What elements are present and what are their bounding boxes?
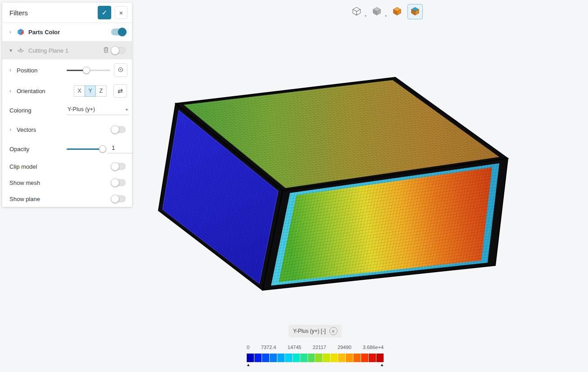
colorbar-tick-label: 14745 <box>288 345 302 350</box>
render-mode-button[interactable] <box>369 4 384 19</box>
filters-panel-title: Filters <box>9 9 98 17</box>
axis-y-button[interactable]: Y <box>85 85 96 97</box>
position-row: › Position <box>2 59 132 81</box>
colorbar-ticks: 07372.41474522117294903.686e+4 <box>247 345 384 350</box>
colorbar-segment <box>277 354 285 362</box>
coloring-row: Coloring Y-Plus (y+) ▾ <box>2 101 132 120</box>
colorbar-segment <box>285 354 292 362</box>
chevron-right-icon[interactable]: › <box>9 29 13 35</box>
legend-title: Y-Plus (y+) [-] <box>293 328 326 334</box>
view-mode-button[interactable] <box>349 4 364 19</box>
check-icon: ✓ <box>102 9 108 17</box>
opacity-value-input[interactable]: 1 <box>107 144 133 153</box>
cube-orange-icon <box>392 6 402 18</box>
range-max-marker[interactable]: ▲ <box>380 363 384 367</box>
opacity-label: Opacity <box>9 146 29 152</box>
center-plane-button[interactable] <box>114 63 127 77</box>
parts-color-label: Parts Color <box>28 29 60 36</box>
swap-arrows-icon: ⇄ <box>118 87 123 94</box>
range-min-marker[interactable]: ▲ <box>246 363 250 367</box>
close-panel-button[interactable]: × <box>115 6 127 19</box>
cube-section-icon <box>410 6 420 18</box>
chevron-right-icon[interactable]: › <box>9 67 13 73</box>
coloring-select[interactable]: Y-Plus (y+) ▾ <box>67 105 129 115</box>
filters-panel-header: Filters ✓ × <box>2 3 132 23</box>
colorbar-segment <box>262 354 269 362</box>
clip-model-label: Clip model <box>9 163 37 170</box>
colorbar-segment <box>361 354 368 362</box>
chevron-right-icon[interactable]: › <box>9 126 13 133</box>
apply-filters-button[interactable]: ✓ <box>98 6 111 19</box>
opacity-row: Opacity 1 <box>2 139 132 158</box>
position-slider[interactable] <box>67 67 110 73</box>
colorbar-segment <box>293 354 300 362</box>
delete-filter-button[interactable] <box>100 46 112 55</box>
cutting-plane-row[interactable]: ▾ Cutting Plane 1 <box>2 41 132 59</box>
vectors-row: › Vectors <box>2 120 132 139</box>
menu-icon: ≡ <box>332 329 335 334</box>
vectors-label: Vectors <box>17 126 36 133</box>
solid-view-button[interactable] <box>389 4 405 19</box>
cutting-plane-toggle[interactable] <box>111 47 126 54</box>
opacity-slider[interactable] <box>67 146 103 152</box>
colorbar-segment <box>308 354 315 362</box>
colorbar-tick-label: 29490 <box>338 345 352 350</box>
show-mesh-toggle[interactable] <box>111 179 126 186</box>
colorbar-segment <box>369 354 376 362</box>
chevron-down-icon[interactable]: ▾ <box>365 14 366 18</box>
cutting-plane-icon <box>17 46 25 54</box>
clip-model-row: Clip model <box>2 158 132 175</box>
cube-gray-icon <box>372 6 382 18</box>
colorbar-tick-label: 0 <box>247 345 249 350</box>
chevron-down-icon: ▾ <box>126 107 128 112</box>
view-toolbar: ▾ ▾ <box>349 4 423 19</box>
parts-color-toggle[interactable] <box>111 29 126 36</box>
target-icon <box>117 66 124 75</box>
parts-color-icon <box>17 28 25 36</box>
filters-panel: Filters ✓ × › Parts Color ▾ Cuttin <box>2 3 132 207</box>
section-view-button[interactable] <box>407 4 423 19</box>
colorbar-segment <box>353 354 361 362</box>
colorbar-segment <box>254 354 262 362</box>
colorbar-segment <box>323 354 330 362</box>
colorbar-segment <box>315 354 322 362</box>
trash-icon <box>103 46 109 55</box>
parts-color-row[interactable]: › Parts Color <box>2 23 132 41</box>
orientation-label: Orientation <box>17 88 45 94</box>
coloring-label: Coloring <box>9 107 31 114</box>
axis-button-group: X Y Z <box>74 85 107 97</box>
colorbar-segment <box>338 354 345 362</box>
colorbar-segment <box>300 354 308 362</box>
chevron-right-icon[interactable]: › <box>9 88 13 94</box>
cube-outline-icon <box>352 6 362 18</box>
show-plane-row: Show plane <box>2 191 132 207</box>
vectors-toggle[interactable] <box>111 126 126 133</box>
show-mesh-label: Show mesh <box>9 179 40 186</box>
colorbar-segment <box>270 354 277 362</box>
colorbar-segment <box>346 354 353 362</box>
colorbar <box>247 354 384 362</box>
colorbar-segment <box>330 354 338 362</box>
colorbar-tick-label: 22117 <box>313 345 326 350</box>
show-mesh-row: Show mesh <box>2 175 132 191</box>
axis-x-button[interactable]: X <box>74 85 85 97</box>
flip-orientation-button[interactable]: ⇄ <box>113 84 127 98</box>
show-plane-label: Show plane <box>9 196 40 202</box>
cutting-plane-label: Cutting Plane 1 <box>28 47 68 54</box>
show-plane-toggle[interactable] <box>111 196 126 202</box>
axis-z-button[interactable]: Z <box>95 85 107 97</box>
clip-model-toggle[interactable] <box>111 163 126 170</box>
chevron-down-icon[interactable]: ▾ <box>385 14 387 18</box>
colorbar-tick-label: 3.686e+4 <box>363 345 384 350</box>
position-label: Position <box>17 67 37 74</box>
colorbar-segment <box>247 354 254 362</box>
orientation-row: › Orientation X Y Z ⇄ <box>2 81 132 101</box>
colorbar-tick-label: 7372.4 <box>261 345 276 350</box>
coloring-value: Y-Plus (y+) <box>68 106 95 112</box>
colorbar-segment <box>376 354 384 362</box>
legend-field-pill[interactable]: Y-Plus (y+) [-] ≡ <box>289 325 342 337</box>
close-icon: × <box>119 9 123 17</box>
chevron-down-icon[interactable]: ▾ <box>9 47 13 54</box>
legend-menu-button[interactable]: ≡ <box>329 327 337 335</box>
